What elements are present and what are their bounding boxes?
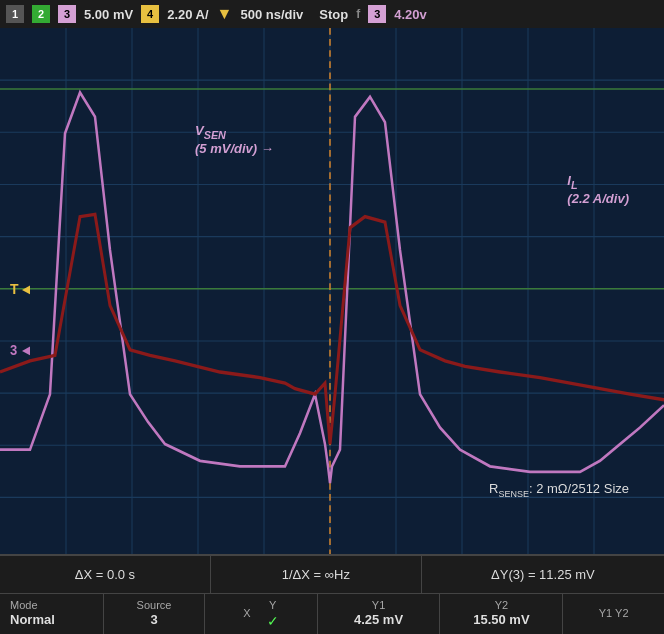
mode-label: Mode xyxy=(10,599,38,612)
ch1-badge[interactable]: 1 xyxy=(6,5,24,23)
ch-num: 3 xyxy=(368,5,386,23)
y1-value: 4.25 mV xyxy=(354,612,403,629)
svg-text:T: T xyxy=(10,281,19,298)
time-div: 500 ns/div xyxy=(240,7,303,22)
delta-y-value: ΔY(3) = 11.25 mV xyxy=(491,567,595,582)
ch3-scale: 5.00 mV xyxy=(84,7,133,22)
ch3-badge[interactable]: 3 xyxy=(58,5,76,23)
top-bar: 1 2 3 5.00 mV 4 2.20 A/ ▼ 500 ns/div Sto… xyxy=(0,0,664,28)
delta-x-value: ΔX = 0.0 s xyxy=(75,567,135,582)
xy-cell: X Y ✓ xyxy=(205,594,317,634)
bottom-panel: ΔX = 0.0 s 1/ΔX = ∞Hz ΔY(3) = 11.25 mV M… xyxy=(0,554,664,634)
delta-x-cell: ΔX = 0.0 s xyxy=(0,556,211,593)
measurements-row2: Mode Normal Source 3 X Y ✓ xyxy=(0,594,664,634)
measurements-row1: ΔX = 0.0 s 1/ΔX = ∞Hz ΔY(3) = 11.25 mV xyxy=(0,556,664,594)
ch4-badge[interactable]: 4 xyxy=(141,5,159,23)
f-label: f xyxy=(356,7,360,21)
source-value: 3 xyxy=(150,612,157,629)
y2-cell: Y2 15.50 mV xyxy=(440,594,563,634)
delta-inv-cell: 1/ΔX = ∞Hz xyxy=(211,556,422,593)
source-label: Source xyxy=(137,599,172,612)
mode-cell: Mode Normal xyxy=(0,594,104,634)
timebase-cursor: ▼ xyxy=(217,5,233,23)
y2-value: 15.50 mV xyxy=(473,612,529,629)
svg-text:3: 3 xyxy=(10,343,18,359)
y1y2-label: Y1 Y2 xyxy=(599,607,629,620)
mode-value: Normal xyxy=(10,612,55,629)
y-checkmark: ✓ xyxy=(267,613,279,629)
y1-cell: Y1 4.25 mV xyxy=(318,594,441,634)
y1y2-cell[interactable]: Y1 Y2 xyxy=(563,594,664,634)
scope-svg: T 3 xyxy=(0,28,664,554)
x-label: X xyxy=(243,607,250,620)
y2-label: Y2 xyxy=(495,599,508,612)
ch3-val: 4.20v xyxy=(394,7,427,22)
y1-label: Y1 xyxy=(372,599,385,612)
scope-area: T 3 VSEN (5 mV/div) → IL (2.2 A/div) RSE… xyxy=(0,28,664,554)
y-label: Y xyxy=(269,599,276,612)
ch2-badge[interactable]: 2 xyxy=(32,5,50,23)
rsense-annotation: RSENSE: 2 mΩ/2512 Size xyxy=(489,481,629,499)
oscilloscope: 1 2 3 5.00 mV 4 2.20 A/ ▼ 500 ns/div Sto… xyxy=(0,0,664,634)
ch4-scale: 2.20 A/ xyxy=(167,7,208,22)
delta-y-cell: ΔY(3) = 11.25 mV xyxy=(422,556,664,593)
stop-label: Stop xyxy=(319,7,348,22)
source-cell: Source 3 xyxy=(104,594,206,634)
delta-inv-value: 1/ΔX = ∞Hz xyxy=(282,567,350,582)
